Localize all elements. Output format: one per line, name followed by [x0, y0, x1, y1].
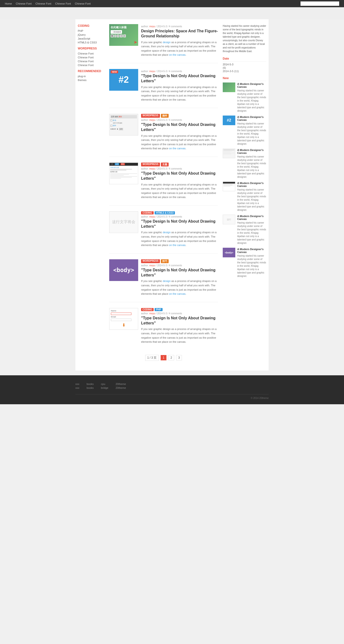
sidebar-item-plugin[interactable]: plug-in — [78, 74, 104, 78]
tag-coding: CODING — [141, 211, 154, 214]
article-excerpt: If you see graphic design as a process o… — [141, 230, 218, 247]
article-meta: author: moyu / 2014-5-3 / 4 comments — [141, 168, 218, 170]
nav-chinese-font-1[interactable]: Chinese Font — [16, 2, 31, 5]
new-item-thumb — [223, 148, 235, 158]
article-meta: author: moyu / 2014-5-3 / 4 comments — [141, 216, 218, 218]
pagination-page-1[interactable]: 1 — [161, 355, 167, 360]
new-item-title: A Modern Designer's Canvas — [237, 148, 266, 154]
article-meta: author: moyu / 2014-5-3 / 4 comments — [141, 119, 218, 121]
article-title: "Type Design Is Not Only About Drawing L… — [141, 171, 218, 181]
right-date-title: Date — [223, 57, 266, 62]
date-item: 2014-5-3 — [223, 63, 266, 66]
article-author[interactable]: moyu — [149, 119, 155, 121]
sidebar-item-cf4[interactable]: Chinese Font — [78, 63, 104, 67]
tag-coding: CODING — [141, 308, 154, 311]
new-sidebar-item: A Modern Designer's Canvas Having starte… — [223, 148, 266, 179]
sidebar-item-javascript[interactable]: JavaScript — [78, 37, 104, 40]
article-title: Design Principles: Space And The Figure-… — [141, 29, 218, 39]
new-item-thumb: 这行 — [223, 215, 235, 224]
main-nav: Home Chinese Font Chinese Font Chinese F… — [5, 2, 91, 5]
sidebar-coding-list: PHP jQuery JavaScript HTML5 & CSS3 — [78, 29, 104, 44]
new-sidebar-item: #2 A Modern Designer's Canvas Having sta… — [223, 116, 266, 146]
article-tags: WORDPRESS 主题 — [141, 162, 218, 166]
header: Home Chinese Font Chinese Font Chinese F… — [0, 0, 344, 7]
article-meta: author: moyu / 2014-5-3 / 4 comments — [141, 264, 218, 267]
sidebar-item-themes[interactable]: themes — [78, 78, 104, 82]
sidebar-item-html5[interactable]: HTML5 & CSS3 — [78, 40, 104, 44]
footer-col: cpu bridge — [101, 382, 108, 390]
footer-link[interactable]: books — [87, 386, 94, 389]
left-sidebar: CODING PHP jQuery JavaScript HTML5 & CSS… — [78, 24, 104, 366]
right-sidebar: Having started his career studying under… — [223, 24, 266, 366]
nav-home[interactable]: Home — [5, 2, 12, 5]
new-item-info: A Modern Designer's Canvas Having starte… — [237, 248, 266, 278]
article-body: author: moyu / 2014-5-3 / 4 comments "Ty… — [141, 69, 218, 102]
article-author[interactable]: moyu — [149, 70, 155, 72]
article-body: author: moyu / 2014-5-3 / 4 comments Des… — [141, 24, 218, 57]
footer-link[interactable]: 20theme — [115, 386, 126, 389]
article-tags: WORDPRESS 插件 — [141, 114, 218, 118]
content-area: 在此键入标题 ↑ 添加媒体 B I ≡ ≡ ≡ ➤ — [109, 24, 218, 366]
nav-chinese-font-3[interactable]: Chinese Font — [55, 2, 71, 5]
new-sidebar-item: A Modern Designer's Canvas Having starte… — [223, 82, 266, 113]
article-author[interactable]: moyu — [149, 25, 155, 28]
footer-copyright: © 2014 20theme — [75, 394, 269, 400]
new-item-info: A Modern Designer's Canvas Having starte… — [237, 116, 266, 146]
new-item-info: A Modern Designer's Canvas Having starte… — [237, 215, 266, 245]
nav-chinese-font-2[interactable]: Chinese Font — [36, 2, 51, 5]
article-thumb: 启用 编辑 删除 多说 设置 停用 编辑 插件 — [109, 114, 138, 136]
sidebar-wordpress-title: WORDPRESS — [78, 47, 104, 50]
article-title: "Type Design Is Not Only About Drawing L… — [141, 219, 218, 229]
article-card: 启用 编辑 删除 多说 设置 停用 编辑 插件 — [109, 114, 218, 157]
article-title: "Type Design Is Not Only About Drawing L… — [141, 122, 218, 132]
pagination: 1 / 3 页 1 2 3 — [109, 350, 218, 366]
new-item-info: A Modern Designer's Canvas Having starte… — [237, 148, 266, 179]
footer-inner: xxx xxx books books cpu bridge 20theme 2… — [75, 382, 269, 400]
article-excerpt: If you see graphic design as a process o… — [141, 327, 218, 344]
footer-links: xxx xxx books books cpu bridge 20theme 2… — [75, 382, 269, 390]
right-new-title: New — [223, 76, 266, 81]
search-input[interactable] — [300, 2, 339, 6]
footer-link[interactable]: bridge — [101, 386, 108, 389]
article-author[interactable]: moyu — [149, 216, 155, 218]
footer-link[interactable]: cpu — [101, 382, 108, 386]
new-item-desc: Having started his career studying under… — [237, 122, 266, 146]
article-card: <body> WORDPRESS 技巧 author: moyu / 2014-… — [109, 259, 218, 302]
sidebar-recommended-list: plug-in themes — [78, 74, 104, 82]
article-tags: WORDPRESS 技巧 — [141, 259, 218, 263]
new-item-title: A Modern Designer's Canvas — [237, 182, 266, 188]
sidebar-item-cf2[interactable]: Chinese Font — [78, 56, 104, 59]
date-item: 2014-3-5 (11) — [223, 70, 266, 72]
tag-plugin: 插件 — [161, 114, 168, 118]
tag-new-badge: NEW — [111, 70, 118, 73]
article-author[interactable]: moyu — [149, 264, 155, 267]
article-author[interactable]: moyu — [149, 312, 155, 315]
article-tags: CODING HTML5 & CSS3 — [141, 211, 218, 214]
article-title: "Type Design Is Not Only About Drawing L… — [141, 74, 218, 84]
footer-link[interactable]: books — [87, 382, 94, 386]
footer-link[interactable]: xxx — [75, 386, 79, 389]
nav-chinese-font-4[interactable]: Chinese Font — [75, 2, 91, 5]
article-body: WORDPRESS 主题 author: moyu / 2014-5-3 / 4… — [141, 162, 218, 200]
right-intro-text: Having started his career studying under… — [223, 24, 266, 53]
article-thumb: <body> — [109, 259, 138, 281]
pagination-page-2[interactable]: 2 — [168, 355, 175, 360]
footer-link[interactable]: 20theme — [115, 382, 126, 386]
sidebar-item-php[interactable]: PHP — [78, 29, 104, 33]
article-excerpt: If you see graphic design as a process o… — [141, 40, 218, 57]
article-card: 在此键入标题 ↑ 添加媒体 B I ≡ ≡ ≡ ➤ — [109, 24, 218, 63]
page-wrap: CODING PHP jQuery JavaScript HTML5 & CSS… — [75, 19, 269, 370]
sidebar-item-cf1[interactable]: Chinese Font — [78, 52, 104, 56]
new-item-info: A Modern Designer's Canvas Having starte… — [237, 182, 266, 212]
article-author[interactable]: moyu — [149, 168, 155, 170]
hero-banner — [0, 7, 344, 19]
new-item-desc: Having started his career studying under… — [237, 155, 266, 179]
sidebar-item-jquery[interactable]: jQuery — [78, 33, 104, 37]
sidebar-item-cf3[interactable]: Chinese Font — [78, 59, 104, 63]
tag-theme: 主题 — [161, 162, 168, 166]
pagination-page-3[interactable]: 3 — [176, 355, 182, 360]
new-sidebar-item: A Modern Designer's Canvas Having starte… — [223, 182, 266, 212]
article-body: WORDPRESS 技巧 author: moyu / 2014-5-3 / 4… — [141, 259, 218, 296]
article-body: CODING HTML5 & CSS3 author: moyu / 2014-… — [141, 211, 218, 248]
footer-link[interactable]: xxx — [75, 382, 79, 386]
